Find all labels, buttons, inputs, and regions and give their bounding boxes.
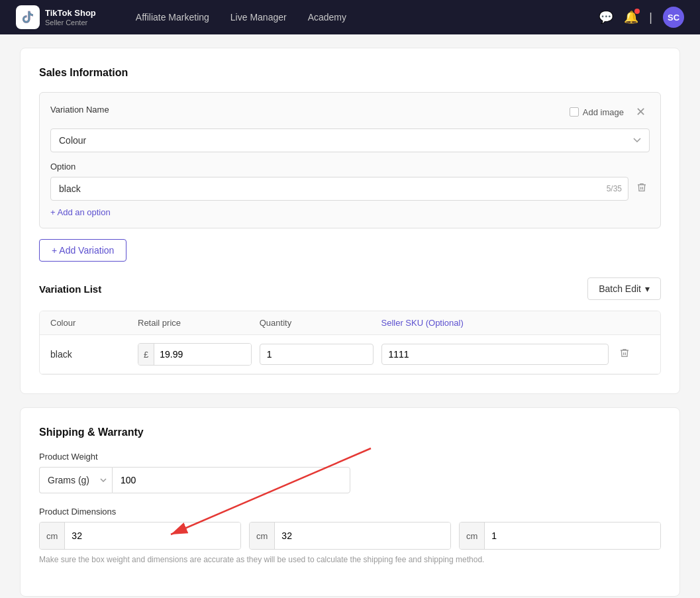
- product-weight-row: Product Weight Grams (g): [39, 452, 661, 493]
- variation-name-select[interactable]: Colour: [50, 128, 650, 152]
- col-header-actions: [617, 318, 650, 328]
- dimension-depth-wrap: cm: [459, 522, 661, 550]
- variation-list-title: Variation List: [39, 283, 101, 295]
- dim-unit-w: cm: [40, 523, 65, 549]
- add-image-checkbox[interactable]: [570, 107, 579, 117]
- variation-name-label: Variation Name: [50, 105, 109, 115]
- variation-list-header: Variation List Batch Edit ▾: [39, 277, 661, 300]
- notification-icon[interactable]: 🔔: [624, 10, 638, 25]
- variation-block: Variation Name Add image ✕ Colour Option: [39, 92, 661, 228]
- option-delete-button[interactable]: [634, 179, 650, 198]
- main-nav: Affiliate Marketing Live Manager Academy: [136, 9, 346, 25]
- option-row: 5/35: [50, 177, 650, 201]
- variation-name-header: Variation Name Add image ✕: [50, 103, 650, 121]
- cell-delete: [617, 345, 650, 364]
- col-header-retail-price: Retail price: [138, 318, 252, 328]
- product-dimensions-row: Product Dimensions cm cm cm Make: [39, 507, 661, 564]
- weight-label: Product Weight: [39, 452, 661, 462]
- logo-subtitle: Seller Center: [45, 19, 96, 26]
- cell-sku: [381, 344, 609, 365]
- quantity-input[interactable]: [260, 344, 374, 365]
- nav-live-manager[interactable]: Live Manager: [230, 9, 287, 25]
- add-variation-button[interactable]: + Add Variation: [39, 239, 126, 262]
- header: TikTok Shop Seller Center Affiliate Mark…: [0, 0, 700, 34]
- weight-input[interactable]: [112, 467, 350, 493]
- row-delete-button[interactable]: [617, 345, 632, 364]
- price-input-wrap: £: [138, 343, 252, 366]
- dimension-height-wrap: cm: [249, 522, 451, 550]
- separator-icon: |: [649, 11, 652, 25]
- batch-edit-chevron-icon: ▾: [645, 283, 650, 294]
- col-header-colour: Colour: [50, 318, 130, 328]
- shipping-title: Shipping & Warranty: [39, 426, 661, 438]
- dimension-width-wrap: cm: [39, 522, 241, 550]
- logo: TikTok Shop Seller Center: [16, 5, 96, 29]
- chat-icon[interactable]: 💬: [599, 10, 613, 25]
- nav-academy[interactable]: Academy: [308, 9, 346, 25]
- logo-name: TikTok Shop: [45, 8, 96, 19]
- currency-symbol: £: [138, 344, 154, 365]
- option-label: Option: [50, 162, 650, 172]
- tiktok-logo-icon: [16, 5, 40, 29]
- shipping-card: Shipping & Warranty Product Weight Grams…: [20, 407, 680, 597]
- sales-information-card: Sales Information Variation Name Add ima…: [20, 48, 680, 394]
- batch-edit-button[interactable]: Batch Edit ▾: [587, 277, 661, 300]
- option-input-wrap: 5/35: [50, 177, 628, 201]
- variation-table: Colour Retail price Quantity Seller SKU …: [39, 311, 661, 375]
- col-header-seller-sku: Seller SKU (Optional): [381, 318, 609, 328]
- sku-input[interactable]: [381, 344, 609, 365]
- dim-unit-h: cm: [250, 523, 275, 549]
- cell-colour: black: [50, 349, 130, 360]
- variation-close-button[interactable]: ✕: [632, 103, 650, 121]
- option-input[interactable]: [50, 177, 628, 201]
- dimension-height-input[interactable]: [275, 523, 450, 549]
- add-image-label[interactable]: Add image: [570, 107, 624, 117]
- avatar[interactable]: SC: [663, 7, 684, 28]
- dimension-depth-input[interactable]: [485, 523, 660, 549]
- option-char-count: 5/35: [607, 184, 622, 193]
- weight-input-row: Grams (g): [39, 467, 661, 493]
- cell-price: £: [138, 343, 252, 366]
- price-input[interactable]: [154, 344, 251, 365]
- dim-unit-d: cm: [460, 523, 485, 549]
- table-row: black £: [40, 335, 660, 374]
- sales-info-title: Sales Information: [39, 67, 661, 79]
- col-header-quantity: Quantity: [260, 318, 374, 328]
- table-header-row: Colour Retail price Quantity Seller SKU …: [40, 311, 660, 335]
- cell-quantity: [260, 344, 374, 365]
- header-actions: 💬 🔔 | SC: [599, 7, 684, 28]
- nav-affiliate-marketing[interactable]: Affiliate Marketing: [136, 9, 209, 25]
- dimensions-hint: Make sure the box weight and dimensions …: [39, 555, 661, 564]
- dimensions-label: Product Dimensions: [39, 507, 661, 517]
- dimension-width-input[interactable]: [65, 523, 240, 549]
- weight-unit-select[interactable]: Grams (g): [39, 467, 112, 493]
- add-option-link[interactable]: + Add an option: [50, 207, 111, 217]
- dimensions-input-row: cm cm cm: [39, 522, 661, 550]
